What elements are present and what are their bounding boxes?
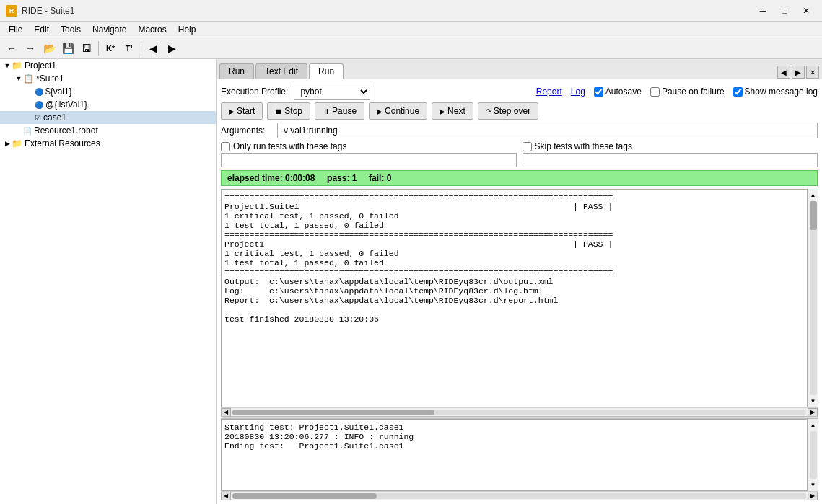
exec-profile-select[interactable]: pybot jybot Custom Script: [294, 84, 370, 100]
run-panel: Execution Profile: pybot jybot Custom Sc…: [217, 79, 822, 504]
tb-saveas[interactable]: 🖫: [78, 40, 95, 57]
menu-macros[interactable]: Macros: [132, 23, 172, 36]
expand-val1: [26, 88, 35, 95]
log-output-scrollbar[interactable]: ▲ ▼: [808, 419, 818, 491]
log-link[interactable]: Log: [571, 87, 585, 97]
next-button[interactable]: ▶ Next: [432, 102, 473, 120]
tree-item-suite1[interactable]: ▼ 📋 *Suite1: [0, 72, 216, 85]
tb-next-run[interactable]: ▶: [163, 40, 180, 57]
folder-icon-project1: 📁: [12, 61, 22, 71]
tb-save[interactable]: 💾: [59, 40, 76, 57]
tree-item-case1[interactable]: ☑ case1: [0, 111, 216, 124]
close-button[interactable]: ✕: [796, 4, 816, 18]
main-output-scrollbar[interactable]: ▲ ▼: [808, 189, 818, 407]
report-link[interactable]: Report: [536, 87, 562, 97]
vsb-thumb[interactable]: [810, 201, 817, 230]
hscroll-track[interactable]: [232, 410, 806, 415]
tb-forward[interactable]: →: [22, 40, 39, 57]
skip-input[interactable]: [523, 153, 818, 167]
next-label: Next: [447, 106, 465, 116]
continue-button[interactable]: ▶ Continue: [369, 102, 427, 120]
pause-button[interactable]: ⏸ Pause: [315, 102, 364, 120]
tree-item-listval1[interactable]: 🔵 @{listVal1}: [0, 98, 216, 111]
menu-help[interactable]: Help: [172, 23, 202, 36]
skip-checkbox[interactable]: [523, 142, 532, 151]
tags-row: Only run tests with these tags Skip test…: [221, 141, 818, 167]
main-layout: ▼ 📁 Project1 ▼ 📋 *Suite1 🔵 ${val1} 🔵 @{l…: [0, 59, 822, 504]
menu-navigate[interactable]: Navigate: [87, 23, 132, 36]
tab-close-btn[interactable]: ✕: [806, 66, 819, 79]
hscroll-left[interactable]: ◀: [221, 408, 231, 417]
pause-failure-group: Pause on failure: [650, 87, 725, 97]
main-output-hscroll[interactable]: ◀ ▶: [221, 407, 818, 416]
autosave-checkbox[interactable]: [594, 87, 603, 97]
main-output[interactable]: ========================================…: [221, 189, 808, 407]
tree-item-resource1[interactable]: 📄 Resource1.robot: [0, 124, 216, 137]
var-icon-val1: 🔵: [35, 88, 43, 96]
output-container: ========================================…: [221, 189, 818, 500]
vsb-log-up[interactable]: ▲: [809, 420, 818, 430]
toolbar-sep2: [141, 41, 141, 56]
tab-run-edit[interactable]: Run: [219, 63, 254, 79]
vsb-up-arrow[interactable]: ▲: [809, 190, 818, 200]
expand-resource1: [14, 127, 23, 134]
pause-failure-checkbox[interactable]: [650, 87, 660, 97]
minimize-button[interactable]: ─: [753, 4, 773, 18]
fail-count: fail: 0: [369, 173, 391, 183]
show-message-label: Show message log: [745, 87, 818, 97]
tree-item-project1[interactable]: ▼ 📁 Project1: [0, 59, 216, 72]
step-over-button[interactable]: ↷ Step over: [478, 102, 538, 120]
log-output-hscroll[interactable]: ◀ ▶: [221, 491, 818, 500]
tb-t[interactable]: T¹: [121, 40, 138, 57]
tb-prev-run[interactable]: ◀: [144, 40, 162, 57]
stop-button[interactable]: ⏹ Stop: [267, 102, 310, 120]
args-row: Arguments:: [221, 123, 818, 138]
args-input[interactable]: [277, 123, 818, 138]
show-message-group: Show message log: [733, 87, 818, 97]
exec-options: Report Log Autosave Pause on failure Sho…: [536, 87, 818, 97]
menu-bar: File Edit Tools Navigate Macros Help: [0, 22, 822, 37]
log-hscroll-thumb[interactable]: [232, 493, 377, 499]
tab-run[interactable]: Run: [309, 63, 344, 79]
menu-file[interactable]: File: [3, 23, 28, 36]
title-bar-left: R RIDE - Suite1: [6, 5, 74, 17]
hscroll-right[interactable]: ▶: [808, 408, 818, 417]
only-run-input[interactable]: [221, 153, 517, 167]
menu-tools[interactable]: Tools: [55, 23, 87, 36]
tree-item-val1[interactable]: 🔵 ${val1}: [0, 85, 216, 98]
expand-external[interactable]: ▶: [3, 140, 12, 147]
tree-item-external[interactable]: ▶ 📁 External Resources: [0, 137, 216, 150]
tab-text-edit[interactable]: Text Edit: [255, 63, 307, 79]
tb-back[interactable]: ←: [3, 40, 20, 57]
tree-label-case1: case1: [43, 112, 66, 123]
expand-project1[interactable]: ▼: [3, 62, 12, 69]
start-label: Start: [237, 106, 255, 116]
menu-edit[interactable]: Edit: [28, 23, 55, 36]
actions-row: ▶ Start ⏹ Stop ⏸ Pause ▶ Continue ▶ Ne: [221, 102, 818, 120]
log-hscroll-right[interactable]: ▶: [808, 492, 818, 500]
tree-label-resource1: Resource1.robot: [34, 125, 98, 136]
vsb-track[interactable]: [810, 201, 817, 395]
tab-prev-btn[interactable]: ◀: [777, 66, 790, 79]
tb-k[interactable]: K*: [102, 40, 119, 57]
log-output[interactable]: Starting test: Project1.Suite1.case1 201…: [221, 419, 808, 491]
maximize-button[interactable]: □: [774, 4, 795, 18]
show-message-checkbox[interactable]: [733, 87, 743, 97]
vsb-log-track[interactable]: [810, 431, 817, 479]
tab-next-btn[interactable]: ▶: [792, 66, 805, 79]
log-hscroll-track[interactable]: [232, 493, 806, 499]
vsb-down-arrow[interactable]: ▼: [809, 397, 818, 406]
only-run-checkbox[interactable]: [221, 142, 230, 151]
tab-controls: ◀ ▶ ✕: [777, 66, 819, 79]
expand-suite1[interactable]: ▼: [14, 75, 23, 82]
log-hscroll-left[interactable]: ◀: [221, 492, 231, 500]
tb-open[interactable]: 📂: [40, 40, 58, 57]
hscroll-thumb[interactable]: [232, 410, 434, 415]
exec-profile-label: Execution Profile:: [221, 87, 288, 97]
vsb-log-down[interactable]: ▼: [809, 480, 818, 490]
expand-case1: [26, 114, 35, 121]
start-icon: ▶: [229, 107, 235, 115]
check-icon-case1: ☑: [35, 114, 41, 122]
file-icon-resource1: 📄: [23, 127, 32, 135]
start-button[interactable]: ▶ Start: [221, 102, 263, 120]
